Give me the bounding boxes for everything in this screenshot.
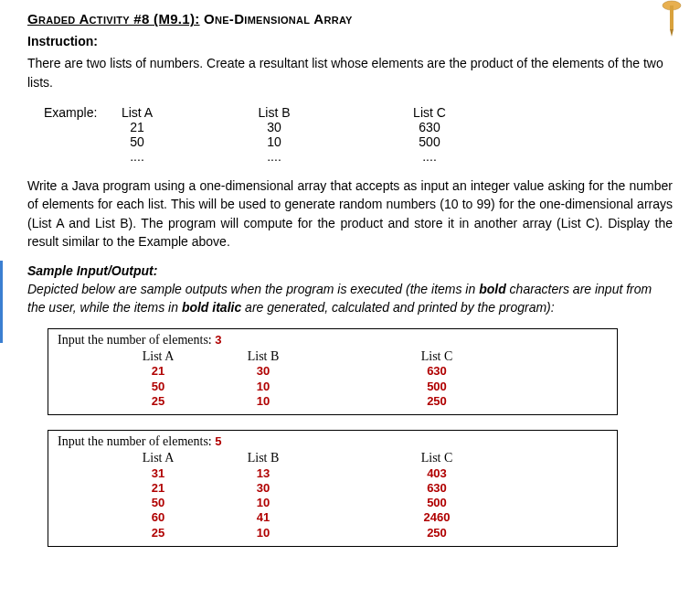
example-cell: ....	[402, 149, 457, 164]
example-cell: 50	[110, 134, 164, 149]
out-cell: 630	[409, 481, 464, 496]
sample-io-description: Depicted below are sample outputs when t…	[27, 280, 673, 317]
example-cell: ....	[247, 149, 302, 164]
output-prompt: Input the number of elements: 5	[58, 434, 608, 449]
out-header-c: List C	[409, 450, 464, 466]
example-header-a: List A	[110, 105, 164, 120]
example-header-b: List B	[247, 105, 302, 120]
out-cell: 500	[409, 496, 464, 510]
out-cell: 30	[236, 364, 291, 379]
example-cell: 630	[402, 120, 457, 134]
out-cell: 10	[236, 394, 291, 409]
out-cell: 31	[131, 466, 186, 481]
out-cell: 21	[131, 481, 186, 496]
example-cell: ....	[110, 149, 164, 164]
example-cell: 500	[402, 134, 457, 149]
out-cell: 250	[409, 526, 464, 540]
out-header-b: List B	[236, 348, 291, 365]
instruction-label: Instruction:	[27, 34, 673, 48]
example-header-c: List C	[402, 105, 457, 120]
out-cell: 25	[131, 394, 186, 409]
out-header-a: List A	[131, 348, 186, 365]
out-cell: 2460	[409, 510, 464, 525]
out-cell: 10	[236, 526, 291, 540]
out-cell: 41	[236, 510, 291, 525]
out-cell: 630	[409, 364, 464, 379]
out-cell: 403	[409, 466, 464, 481]
output-box-2: Input the number of elements: 5 List A L…	[48, 430, 618, 547]
out-cell: 250	[409, 394, 464, 409]
instruction-text: There are two lists of numbers. Create a…	[27, 54, 673, 92]
user-input-n: 5	[215, 434, 221, 448]
svg-rect-1	[670, 5, 673, 29]
example-label: Example:	[44, 105, 110, 120]
example-cell: 21	[110, 120, 164, 134]
user-input-n: 3	[215, 333, 221, 347]
selection-marker	[0, 261, 3, 343]
example-cell: 10	[247, 134, 302, 149]
logo-badge	[662, 0, 682, 37]
out-cell: 500	[409, 380, 464, 394]
sample-io-label: Sample Input/Output:	[27, 263, 673, 278]
example-block: Example: List A List B List C 21 30 630 …	[44, 105, 673, 164]
out-cell: 21	[131, 364, 186, 379]
out-cell: 10	[236, 496, 291, 510]
example-cell: 30	[247, 120, 302, 134]
output-box-1: Input the number of elements: 3 List A L…	[48, 328, 618, 415]
out-cell: 10	[236, 380, 291, 394]
title-prefix: Graded Activity #8 (M9.1):	[27, 11, 200, 27]
activity-title: Graded Activity #8 (M9.1): One-Dimension…	[27, 11, 673, 27]
out-cell: 50	[131, 380, 186, 394]
svg-marker-2	[670, 29, 673, 37]
out-header-a: List A	[131, 450, 186, 466]
output-prompt: Input the number of elements: 3	[58, 333, 608, 348]
out-cell: 13	[236, 466, 291, 481]
problem-description: Write a Java program using a one-dimensi…	[27, 176, 673, 251]
out-cell: 50	[131, 496, 186, 510]
title-rest: One-Dimensional Array	[200, 11, 353, 27]
out-header-c: List C	[409, 348, 464, 365]
out-cell: 60	[131, 510, 186, 525]
out-cell: 30	[236, 481, 291, 496]
out-header-b: List B	[236, 450, 291, 466]
out-cell: 25	[131, 526, 186, 540]
